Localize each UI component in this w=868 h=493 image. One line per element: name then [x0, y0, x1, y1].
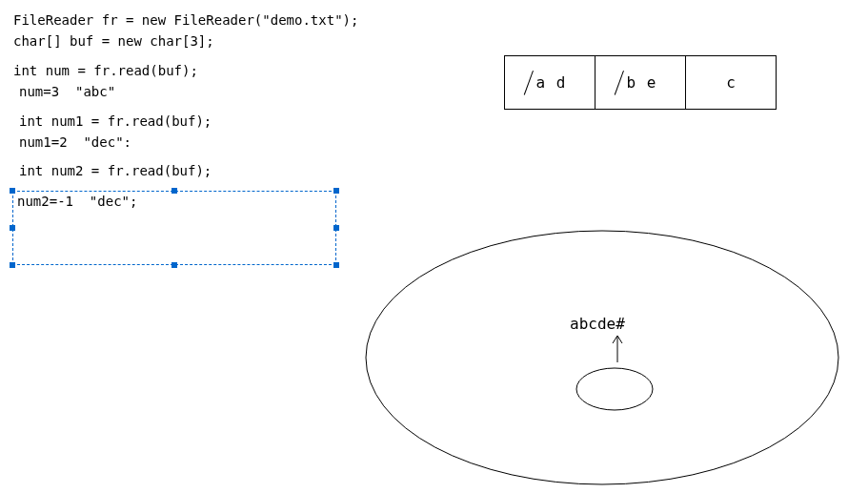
- buffer-array: a d b e c: [504, 55, 777, 110]
- resize-handle-e[interactable]: [333, 225, 339, 231]
- code-line-3: int num = fr.read(buf);: [13, 60, 358, 81]
- buffer-cell-1-old: b: [625, 73, 638, 92]
- code-line-4: int num1 = fr.read(buf);: [13, 111, 358, 132]
- buffer-cell-1: b e: [595, 56, 686, 110]
- resize-handle-ne[interactable]: [333, 188, 339, 194]
- disk-svg: abcde#: [364, 229, 840, 486]
- buffer-cell-2: c: [686, 56, 777, 110]
- disk-outer-ellipse: [366, 231, 838, 484]
- code-line-5: int num2 = fr.read(buf);: [13, 160, 358, 181]
- code-listing: FileReader fr = new FileReader("demo.txt…: [13, 10, 358, 182]
- resize-handle-sw[interactable]: [10, 262, 15, 268]
- disk-content-label: abcde#: [570, 315, 625, 333]
- result-line-3: num2=-1 "dec";: [17, 194, 332, 209]
- resize-handle-w[interactable]: [10, 225, 15, 231]
- resize-handle-nw[interactable]: [10, 188, 15, 194]
- resize-handle-n[interactable]: [172, 188, 177, 194]
- result-line-2: num1=2 "dec":: [13, 132, 358, 153]
- code-line-1: FileReader fr = new FileReader("demo.txt…: [13, 10, 358, 31]
- buffer-cell-2-value: c: [726, 73, 736, 92]
- resize-handle-se[interactable]: [333, 262, 339, 268]
- arrow-icon: [613, 336, 622, 362]
- buffer-cell-0-new: d: [556, 73, 566, 92]
- buffer-cell-0-old: a: [535, 73, 548, 92]
- disk-illustration: abcde#: [364, 229, 840, 486]
- result-line-1: num=3 "abc": [13, 81, 358, 102]
- code-line-2: char[] buf = new char[3];: [13, 31, 358, 51]
- buffer-cell-0: a d: [505, 56, 595, 110]
- disk-inner-ellipse: [576, 368, 653, 410]
- selection-box: num2=-1 "dec";: [12, 191, 336, 265]
- resize-handle-s[interactable]: [172, 262, 177, 268]
- buffer-cell-1-new: e: [647, 73, 656, 92]
